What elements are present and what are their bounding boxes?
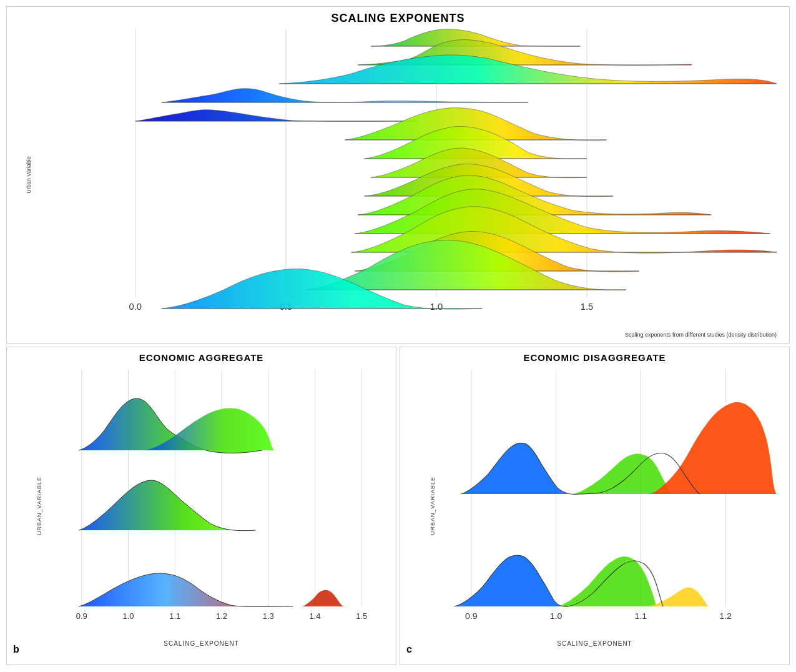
top-chart-svg: 0.0 0.5 1.0 1.5 WAGE (57, 29, 777, 322)
panel-label-b: b (13, 644, 19, 655)
svg-text:0.9: 0.9 (465, 612, 478, 621)
bottom-right-y-label: URBAN_VARIABLE (430, 477, 436, 535)
svg-text:1.4: 1.4 (309, 611, 320, 621)
bottom-left-x-label: SCALING_EXPONENT (164, 640, 238, 647)
svg-text:1.0: 1.0 (123, 611, 134, 621)
bottom-right-panel: ECONOMIC DISAGGREGATE URBAN_VARIABLE (400, 347, 790, 665)
svg-text:1.2: 1.2 (216, 611, 227, 621)
svg-text:1.5: 1.5 (356, 611, 367, 621)
top-title: SCALING EXPONENTS (7, 7, 789, 25)
top-x-axis-label: Scaling exponents from different studies… (625, 332, 777, 338)
bottom-left-svg: 0.9 1.0 1.1 1.2 1.3 1.4 1.5 WAGE INCOME (44, 369, 386, 631)
bottom-right-title: ECONOMIC DISAGGREGATE (400, 347, 789, 363)
svg-text:1.5: 1.5 (581, 302, 593, 312)
svg-text:1.1: 1.1 (635, 612, 647, 621)
main-container: SCALING EXPONENTS Urban Variable 0.0 0.5… (0, 0, 796, 672)
bottom-left-title: ECONOMIC AGGREGATE (7, 347, 396, 363)
bottom-left-panel: ECONOMIC AGGREGATE URBAN_VARIABLE (6, 347, 396, 665)
panel-label-c: c (406, 644, 412, 655)
top-y-axis-label: Urban Variable (26, 156, 32, 193)
bottom-row: ECONOMIC AGGREGATE URBAN_VARIABLE (6, 347, 790, 665)
bottom-right-x-label: SCALING_EXPONENT (557, 640, 632, 647)
svg-text:1.0: 1.0 (550, 612, 563, 621)
top-panel: SCALING EXPONENTS Urban Variable 0.0 0.5… (6, 6, 790, 343)
svg-text:0.0: 0.0 (129, 302, 142, 312)
svg-text:1.2: 1.2 (719, 612, 732, 621)
bottom-left-y-label: URBAN_VARIABLE (36, 477, 42, 535)
svg-text:0.9: 0.9 (76, 611, 87, 621)
bottom-right-svg: 0.9 1.0 1.1 1.2 INCOME_RICHEST_DECILES (441, 369, 780, 631)
svg-text:1.0: 1.0 (430, 302, 443, 312)
svg-text:1.1: 1.1 (169, 611, 180, 621)
svg-text:1.3: 1.3 (263, 611, 274, 621)
